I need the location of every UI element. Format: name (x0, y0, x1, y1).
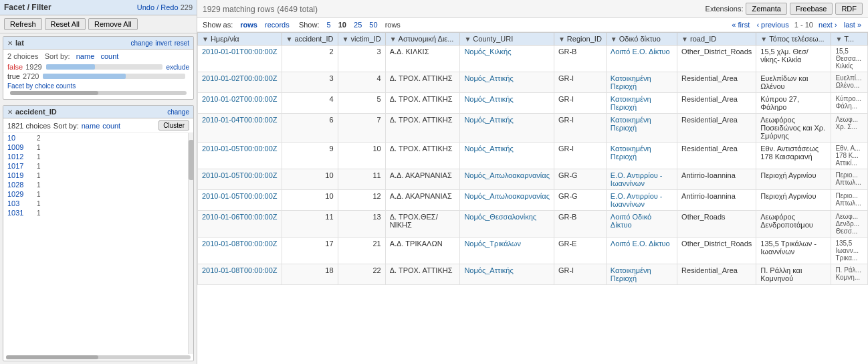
show-rows-link[interactable]: rows (240, 21, 257, 29)
facet-accident-id-sort-count[interactable]: count (102, 122, 120, 130)
list-item[interactable]: 1009 1 (3, 143, 193, 152)
sort-arrow-region-id[interactable]: ▼ (558, 35, 565, 43)
facet-accident-id-change[interactable]: change (167, 108, 189, 116)
accident-id-val-5[interactable]: 1028 (7, 181, 34, 189)
data-table: ▼ Ημερ/νία ▼ accident_ID (197, 32, 868, 285)
col-header-end-place[interactable]: ▼ Τόπος τελέσεω... (756, 33, 831, 46)
table-row: 2010-01-02T00:00:00Z34Δ. ΤΡΟΧ. ΑΤΤΙΚΗΣΝο… (198, 72, 868, 93)
list-item[interactable]: 1019 1 (3, 171, 193, 180)
list-item[interactable]: 1031 1 (3, 208, 193, 217)
list-item[interactable]: 1012 1 (3, 152, 193, 161)
rdf-button[interactable]: RDF (835, 3, 863, 15)
facet-lat-close[interactable]: ✕ (7, 39, 13, 47)
remove-all-button[interactable]: Remove All (88, 18, 138, 30)
pager-first[interactable]: « first (732, 21, 750, 29)
sort-arrow-end-place[interactable]: ▼ (760, 35, 767, 43)
table-cell: 11 (338, 169, 385, 190)
accident-id-val-6[interactable]: 1029 (7, 190, 34, 198)
facet-accident-id-list[interactable]: 10 2 1009 1 1012 1 1017 1 1019 1 (3, 133, 193, 354)
pager-previous[interactable]: ‹ previous (756, 21, 788, 29)
sort-arrow-victim-id[interactable]: ▼ (342, 35, 349, 43)
col-header-road-network[interactable]: ▼ Οδικό δίκτυο (606, 33, 677, 46)
facet-lat-exclude-false[interactable]: exclude (167, 64, 189, 71)
col-header-col10[interactable]: ▼ Τ... (831, 33, 868, 46)
facet-accident-id-sort-name[interactable]: name (82, 122, 100, 130)
cluster-button[interactable]: Cluster (158, 120, 189, 130)
zemanta-button[interactable]: Zemanta (746, 3, 786, 15)
list-item[interactable]: 1017 1 (3, 161, 193, 171)
facet-lat-change[interactable]: change (131, 39, 153, 47)
table-cell: Δ. ΤΡΟΧ. ΑΤΤΙΚΗΣ (385, 143, 460, 169)
sort-arrow-date[interactable]: ▼ (202, 35, 209, 43)
sort-arrow-col10[interactable]: ▼ (835, 35, 842, 43)
list-item[interactable]: 1029 1 (3, 189, 193, 199)
scrollbar-thumb-accent[interactable] (189, 140, 193, 180)
accident-id-val-8[interactable]: 1031 (7, 209, 34, 217)
facet-accident-id-sort-by: Sort by: (53, 122, 79, 130)
accident-id-val-0[interactable]: 10 (7, 134, 34, 142)
show-5-link[interactable]: 5 (327, 21, 331, 29)
accident-id-count-0: 2 (37, 134, 41, 142)
facet-lat-value-true[interactable]: true (7, 72, 20, 80)
reset-all-button[interactable]: Reset All (45, 18, 86, 30)
table-cell: 3 (338, 46, 385, 72)
table-cell: Κατοικημένη Περιοχή (606, 114, 677, 143)
table-cell: Κατοικημένη Περιοχή (606, 264, 677, 285)
freebase-button[interactable]: Freebase (790, 3, 833, 15)
table-cell: Λεωφ... Δενδρ... Θεσσ... (831, 211, 868, 238)
col-header-victim-id[interactable]: ▼ victim_ID (338, 33, 385, 46)
undo-redo-link[interactable]: Undo / Redo (137, 3, 179, 11)
show-25-link[interactable]: 25 (354, 21, 362, 29)
table-cell: Α.Δ. ΑΚΑΡΝΑΝΙΑΣ (385, 169, 460, 190)
sort-arrow-county-uri[interactable]: ▼ (464, 35, 471, 43)
col-header-county-uri[interactable]: ▼ County_URI (460, 33, 554, 46)
sort-arrow-police-district[interactable]: ▼ (390, 35, 397, 43)
table-cell: 15,5 χλμ. Θεσ/νίκης- Κιλκία (756, 46, 831, 72)
accident-id-count-3: 1 (37, 163, 41, 170)
col-header-police-district[interactable]: ▼ Αστυνομική Διε... (385, 33, 460, 46)
sort-by-count[interactable]: count (100, 52, 118, 60)
table-cell: Περιο... Απτωλ... (831, 190, 868, 211)
accident-id-val-2[interactable]: 1012 (7, 153, 34, 161)
show-records-link[interactable]: records (265, 21, 290, 29)
sort-arrow-road-id[interactable]: ▼ (681, 35, 688, 43)
table-cell: Λεωφόρος Ποσειδώνος και Χρ. Σμύρνης (756, 114, 831, 143)
accident-id-val-7[interactable]: 103 (7, 199, 34, 207)
list-item[interactable]: 1028 1 (3, 180, 193, 189)
table-cell: 3 (282, 72, 338, 93)
matching-rows-number: 1929 matching rows (203, 5, 274, 14)
col-header-road-id[interactable]: ▼ road_ID (677, 33, 756, 46)
sort-arrow-road-network[interactable]: ▼ (611, 35, 617, 43)
facet-lat-reset[interactable]: reset (175, 39, 189, 47)
left-panel: Facet / Filter Undo / Redo 229 Refresh R… (0, 0, 197, 364)
show-10-link[interactable]: 10 (338, 21, 346, 29)
accident-id-count-5: 1 (37, 181, 41, 189)
accident-id-val-3[interactable]: 1017 (7, 162, 34, 170)
sort-arrow-accident-id[interactable]: ▼ (286, 35, 293, 43)
refresh-button[interactable]: Refresh (4, 18, 42, 30)
table-cell: 2010-01-05T00:00:00Z (198, 190, 282, 211)
data-table-container[interactable]: ▼ Ημερ/νία ▼ accident_ID (197, 32, 868, 364)
pager-last[interactable]: last » (844, 21, 861, 29)
facet-lat-value-false[interactable]: false (7, 63, 23, 71)
accident-id-val-4[interactable]: 1019 (7, 171, 34, 179)
col-header-date[interactable]: ▼ Ημερ/νία (198, 33, 282, 46)
table-cell: Δ. ΤΡΟΧ. ΑΤΤΙΚΗΣ (385, 114, 460, 143)
show-50-link[interactable]: 50 (369, 21, 377, 29)
facet-lat-choice-counts[interactable]: Facet by choice counts (7, 82, 189, 90)
facet-lat-bar-fill-false (46, 64, 95, 70)
accident-id-val-1[interactable]: 1009 (7, 143, 34, 151)
col-header-region-id[interactable]: ▼ Region_ID (554, 33, 606, 46)
pager-next[interactable]: next › (819, 21, 837, 29)
list-item[interactable]: 10 2 (3, 133, 193, 143)
table-cell: GR-I (554, 143, 606, 169)
table-row: 2010-01-06T00:00:00Z1113Δ. ΤΡΟΧ.ΘΕΣ/ΝΙΚΗ… (198, 211, 868, 238)
sort-by-name[interactable]: name (76, 52, 95, 60)
col-header-accident-id[interactable]: ▼ accident_ID (282, 33, 338, 46)
facet-filter-title: Facet / Filter (4, 3, 51, 12)
facet-accident-id-close[interactable]: ✕ (7, 108, 13, 116)
scrollbar-track[interactable] (188, 133, 193, 354)
facet-lat-invert[interactable]: invert (155, 39, 171, 47)
list-item[interactable]: 103 1 (3, 199, 193, 208)
table-cell: Π. Ράλλη και Κομνηνού (756, 264, 831, 285)
